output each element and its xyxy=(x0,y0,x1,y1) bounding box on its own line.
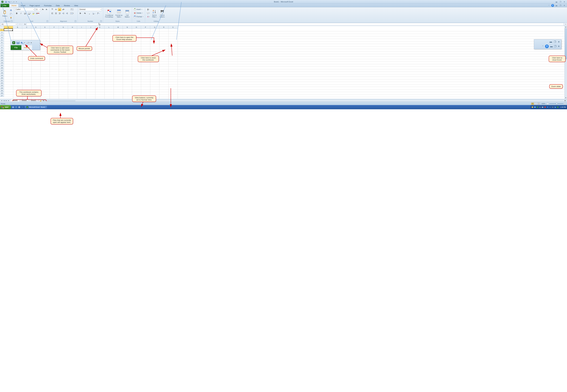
format-painter-button[interactable] xyxy=(9,16,13,19)
customize-qat-button[interactable]: ▾ xyxy=(15,0,17,3)
home-tab[interactable]: Home xyxy=(9,4,18,7)
formulas-tab[interactable]: Formulas xyxy=(42,4,54,7)
decrease-indent-button[interactable] xyxy=(61,12,65,15)
column-header[interactable]: S xyxy=(168,26,178,29)
column-header[interactable]: L xyxy=(104,26,114,29)
workbook-close-button[interactable]: ✕ xyxy=(563,4,566,7)
row-header[interactable]: 26 xyxy=(0,92,4,94)
tray-icon[interactable] xyxy=(554,106,556,108)
tray-icon[interactable] xyxy=(547,106,549,108)
page-layout-view-button[interactable] xyxy=(534,102,537,105)
show-desktop-icon[interactable] xyxy=(12,106,14,108)
find-select-button[interactable]: Find & Select xyxy=(159,8,166,19)
row-header[interactable]: 22 xyxy=(0,82,4,84)
last-sheet-button[interactable]: ⏭ xyxy=(7,99,10,102)
first-sheet-button[interactable]: ⏮ xyxy=(0,99,3,102)
decrease-font-button[interactable]: A▾ xyxy=(45,8,48,11)
tray-icon[interactable] xyxy=(552,106,554,108)
align-center-button[interactable] xyxy=(54,12,58,15)
redo-button[interactable]: ▾ xyxy=(12,0,15,3)
zoom-in-button[interactable]: + xyxy=(564,102,566,105)
page-break-view-button[interactable] xyxy=(537,102,540,105)
row-header[interactable]: 27 xyxy=(0,94,4,97)
minimize-button[interactable]: ▬ xyxy=(555,1,558,3)
increase-font-button[interactable]: A▴ xyxy=(41,8,45,11)
help-button[interactable]: ? xyxy=(551,4,554,7)
row-header[interactable]: 13 xyxy=(0,59,4,61)
zoom-track[interactable] xyxy=(549,103,563,104)
vertical-scrollbar[interactable]: ▲ ▼ xyxy=(565,26,567,99)
row-header[interactable]: 20 xyxy=(0,77,4,79)
zoom-thumb[interactable] xyxy=(556,103,557,105)
column-header[interactable]: R xyxy=(159,26,168,29)
review-tab[interactable]: Review xyxy=(62,4,72,7)
close-button[interactable]: ✕ xyxy=(563,1,566,3)
autosum-button[interactable]: Σ▾ xyxy=(146,8,150,11)
align-right-button[interactable] xyxy=(58,12,61,15)
increase-decimal-button[interactable]: .0.00 xyxy=(92,12,96,15)
row-header[interactable]: 11 xyxy=(0,54,4,56)
next-sheet-button[interactable]: ▶ xyxy=(5,99,7,102)
sheet-tab[interactable]: Sheet3 xyxy=(29,99,38,102)
start-button[interactable]: start xyxy=(0,105,11,109)
row-header[interactable]: 3 xyxy=(0,34,4,36)
delete-cells-button[interactable]: Delete▾ xyxy=(133,12,144,14)
column-header[interactable]: H xyxy=(68,26,77,29)
column-header[interactable]: E xyxy=(41,26,50,29)
column-header[interactable]: M xyxy=(114,26,123,29)
tray-icon[interactable] xyxy=(544,106,546,108)
new-sheet-button[interactable]: ✦ xyxy=(39,99,42,102)
row-header[interactable]: 19 xyxy=(0,74,4,77)
font-color-button[interactable]: A▾ xyxy=(36,12,40,15)
page-layout-tab[interactable]: Page Layout xyxy=(28,4,42,7)
select-all-button[interactable] xyxy=(0,26,4,29)
row-header[interactable]: 7 xyxy=(0,44,4,46)
middle-align-button[interactable] xyxy=(54,8,58,11)
ie-icon[interactable] xyxy=(15,106,17,108)
row-header[interactable]: 5 xyxy=(0,39,4,41)
column-header[interactable]: O xyxy=(132,26,141,29)
top-align-button[interactable] xyxy=(51,8,54,11)
column-header[interactable]: J xyxy=(86,26,95,29)
column-header[interactable]: P xyxy=(141,26,150,29)
column-header[interactable]: F xyxy=(50,26,59,29)
vertical-scroll-thumb[interactable] xyxy=(565,28,567,59)
tray-icon[interactable] xyxy=(539,106,541,108)
cells-area[interactable] xyxy=(4,29,565,99)
zoom-level[interactable]: 100% xyxy=(541,103,545,104)
tray-icon[interactable] xyxy=(534,106,536,108)
column-header[interactable]: K xyxy=(95,26,104,29)
name-box[interactable]: A1▾ xyxy=(0,23,17,26)
row-header[interactable]: 15 xyxy=(0,64,4,67)
row-header[interactable]: 6 xyxy=(0,41,4,44)
workbook-restore-button[interactable]: ❐ xyxy=(559,4,562,7)
row-header[interactable]: 9 xyxy=(0,49,4,51)
tray-icon[interactable] xyxy=(557,106,559,108)
number-dialog-launcher[interactable] xyxy=(100,20,102,22)
save-button[interactable] xyxy=(4,0,8,3)
align-left-button[interactable] xyxy=(51,12,54,15)
column-header[interactable]: D xyxy=(31,26,41,29)
paste-button[interactable]: Paste xyxy=(1,8,9,19)
borders-button[interactable]: ▾ xyxy=(28,12,31,15)
scroll-up-button[interactable]: ▲ xyxy=(565,26,567,28)
alignment-dialog-launcher[interactable] xyxy=(75,20,76,22)
prev-sheet-button[interactable]: ◀ xyxy=(3,99,5,102)
row-header[interactable]: 2 xyxy=(0,31,4,34)
workbook-minimize-button[interactable]: ▬ xyxy=(555,4,558,7)
view-tab[interactable]: View xyxy=(72,4,80,7)
tray-icon[interactable] xyxy=(549,106,551,108)
row-header[interactable]: 21 xyxy=(0,79,4,82)
clock[interactable]: 1:39 PM xyxy=(560,106,566,108)
comma-format-button[interactable]: , xyxy=(88,12,91,15)
merge-center-button[interactable]: ▾ xyxy=(70,12,74,15)
scroll-down-button[interactable]: ▼ xyxy=(565,97,567,99)
row-header[interactable]: 17 xyxy=(0,69,4,72)
underline-button[interactable]: U▾ xyxy=(23,12,27,15)
row-header[interactable]: 12 xyxy=(0,56,4,59)
file-tab[interactable]: File xyxy=(0,4,9,7)
column-header[interactable]: G xyxy=(59,26,68,29)
orientation-button[interactable]: ab▾ xyxy=(61,8,65,11)
normal-view-button[interactable] xyxy=(531,102,534,105)
column-header[interactable]: I xyxy=(77,26,86,29)
